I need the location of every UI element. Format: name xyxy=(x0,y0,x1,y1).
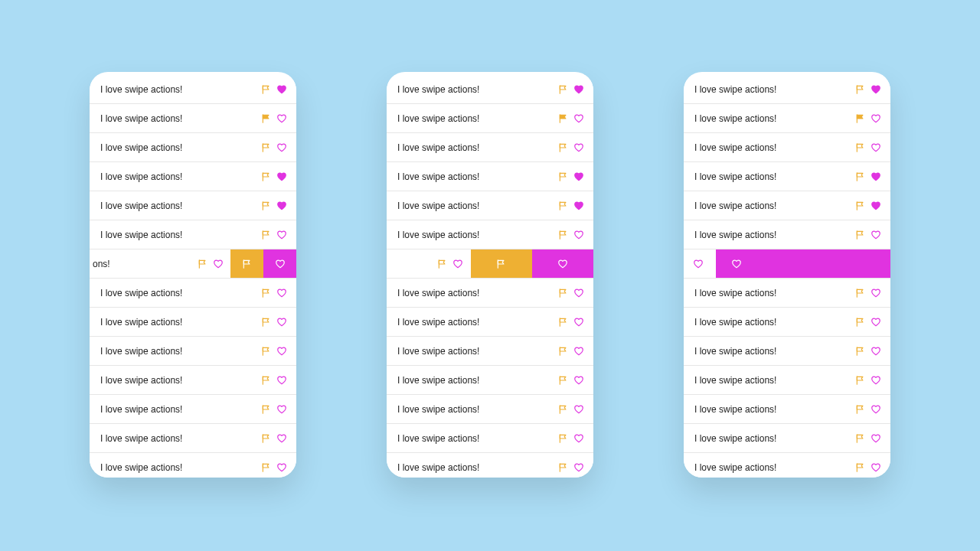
row-face[interactable]: I love swipe actions! xyxy=(387,279,593,307)
flag-icon[interactable] xyxy=(558,142,569,153)
heart-icon[interactable] xyxy=(276,288,287,298)
flag-icon[interactable] xyxy=(558,346,569,357)
list-row[interactable]: I love swipe actions! xyxy=(90,395,296,424)
heart-icon[interactable] xyxy=(276,404,287,415)
heart-icon[interactable] xyxy=(871,317,881,328)
swipe-action-favorite[interactable] xyxy=(716,249,890,278)
row-face[interactable]: I love swipe actions! xyxy=(90,133,296,161)
flag-icon[interactable] xyxy=(855,113,866,124)
flag-icon[interactable] xyxy=(198,259,208,269)
row-face[interactable]: I love swipe actions! xyxy=(387,104,593,132)
list-row[interactable]: I love swipe actions! xyxy=(387,366,593,395)
list-row[interactable]: I love swipe actions! xyxy=(684,424,890,453)
list-row[interactable]: I love swipe actions! xyxy=(90,366,296,395)
list-row[interactable]: I love swipe actions! xyxy=(684,366,890,395)
flag-icon[interactable] xyxy=(558,201,569,211)
list-row[interactable]: I love swipe actions! xyxy=(684,308,890,337)
flag-icon[interactable] xyxy=(261,375,272,386)
swipe-list[interactable]: I love swipe actions! I love swipe actio… xyxy=(684,72,890,478)
list-row[interactable]: I love swipe actions! xyxy=(684,395,890,424)
heart-icon[interactable] xyxy=(573,346,584,357)
flag-icon[interactable] xyxy=(261,462,272,473)
flag-icon[interactable] xyxy=(261,201,272,211)
flag-icon[interactable] xyxy=(261,84,272,95)
list-row[interactable]: I love swipe actions! xyxy=(684,337,890,366)
heart-icon[interactable] xyxy=(871,462,881,473)
list-row[interactable]: I love swipe actions! xyxy=(387,191,593,220)
row-face[interactable]: I love swipe actions! xyxy=(387,133,593,161)
swipe-list[interactable]: I love swipe actions! I love swipe actio… xyxy=(90,72,296,478)
row-face[interactable]: I love swipe actions! xyxy=(387,75,593,103)
heart-icon[interactable] xyxy=(871,171,881,182)
list-row[interactable]: I love swipe actions! xyxy=(684,279,890,308)
flag-icon[interactable] xyxy=(855,462,866,473)
flag-icon[interactable] xyxy=(437,259,448,269)
heart-icon[interactable] xyxy=(871,288,881,298)
heart-icon[interactable] xyxy=(573,230,584,240)
list-row[interactable]: I love swipe actions! xyxy=(387,133,593,162)
flag-icon[interactable] xyxy=(261,404,272,415)
row-face[interactable]: I love swipe actions! xyxy=(90,395,296,423)
heart-icon[interactable] xyxy=(573,317,584,328)
row-face[interactable]: I love swipe actions! xyxy=(684,395,890,423)
heart-icon[interactable] xyxy=(573,404,584,415)
swipe-action-flag[interactable] xyxy=(471,249,532,278)
list-row[interactable]: I love swipe actions! xyxy=(684,220,890,249)
row-face[interactable]: I love swipe actions! xyxy=(684,133,890,161)
list-row[interactable]: I love swipe actions! xyxy=(90,162,296,191)
list-row[interactable]: I love swipe actions! xyxy=(90,75,296,104)
flag-icon[interactable] xyxy=(261,346,272,357)
list-row[interactable]: I love swipe actions! xyxy=(387,337,593,366)
list-row[interactable]: I love swipe actions! xyxy=(684,191,890,220)
swipe-action-flag[interactable] xyxy=(230,249,263,278)
row-face[interactable]: I love swipe actions! xyxy=(684,453,890,478)
flag-icon[interactable] xyxy=(855,317,866,328)
row-face[interactable]: I love swipe actions! xyxy=(90,308,296,336)
flag-icon[interactable] xyxy=(558,375,569,386)
flag-icon[interactable] xyxy=(261,433,272,444)
list-row[interactable]: ons! xyxy=(90,249,296,279)
heart-icon[interactable] xyxy=(573,462,584,473)
list-row[interactable]: I love swipe actions! xyxy=(387,220,593,249)
heart-icon[interactable] xyxy=(276,230,287,240)
flag-icon[interactable] xyxy=(261,317,272,328)
heart-icon[interactable] xyxy=(693,259,704,269)
row-face[interactable]: I love swipe actions! xyxy=(684,191,890,220)
flag-icon[interactable] xyxy=(558,404,569,415)
row-face[interactable]: I love swipe actions! xyxy=(387,424,593,452)
row-face[interactable]: I love swipe actions! xyxy=(684,424,890,452)
row-face[interactable]: I love swipe actions! xyxy=(90,104,296,132)
list-row[interactable]: I love swipe actions! xyxy=(90,191,296,220)
list-row[interactable]: I love swipe actions! xyxy=(684,75,890,104)
flag-icon[interactable] xyxy=(558,84,569,95)
heart-icon[interactable] xyxy=(573,142,584,153)
heart-icon[interactable] xyxy=(276,433,287,444)
row-face[interactable]: I love swipe actions! xyxy=(684,104,890,132)
flag-icon[interactable] xyxy=(855,230,866,240)
heart-icon[interactable] xyxy=(276,201,287,211)
heart-icon[interactable] xyxy=(573,288,584,298)
row-face[interactable]: I love swipe actions! xyxy=(90,220,296,249)
list-row[interactable]: I love swipe actions! xyxy=(387,104,593,133)
row-face[interactable]: I love swipe actions! xyxy=(684,308,890,336)
list-row[interactable]: I love swipe actions! xyxy=(387,279,593,308)
row-face[interactable]: I love swipe actions! xyxy=(387,162,593,191)
flag-icon[interactable] xyxy=(261,288,272,298)
heart-icon[interactable] xyxy=(573,433,584,444)
heart-icon[interactable] xyxy=(871,230,881,240)
flag-icon[interactable] xyxy=(855,171,866,182)
list-row[interactable]: I love swipe actions! xyxy=(387,395,593,424)
row-face[interactable]: I love swipe actions! xyxy=(684,75,890,103)
flag-icon[interactable] xyxy=(558,288,569,298)
heart-icon[interactable] xyxy=(573,375,584,386)
flag-icon[interactable] xyxy=(558,113,569,124)
heart-icon[interactable] xyxy=(871,84,881,95)
heart-icon[interactable] xyxy=(276,171,287,182)
heart-icon[interactable] xyxy=(276,346,287,357)
list-row[interactable]: I love swipe actions! xyxy=(684,133,890,162)
row-face[interactable]: I love swipe actions! xyxy=(684,162,890,191)
row-face[interactable]: I love swipe actions! xyxy=(684,337,890,365)
flag-icon[interactable] xyxy=(855,404,866,415)
flag-icon[interactable] xyxy=(855,142,866,153)
flag-icon[interactable] xyxy=(558,433,569,444)
